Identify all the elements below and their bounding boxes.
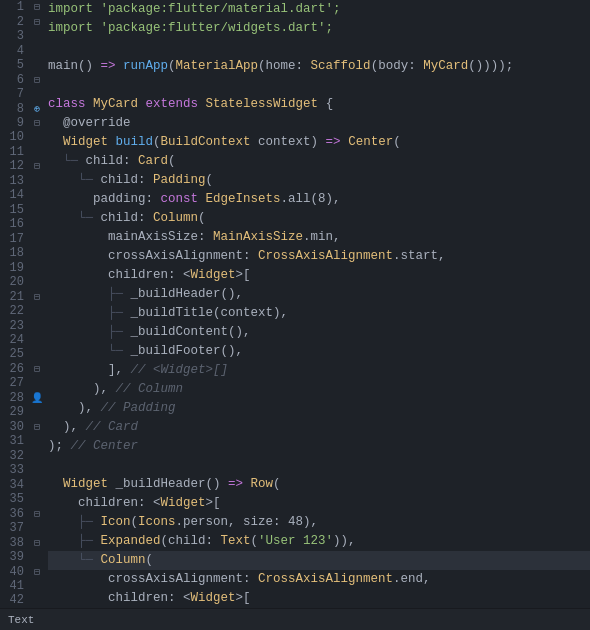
line-number: 37 bbox=[0, 521, 30, 535]
line-number: 18 bbox=[0, 246, 30, 260]
plain-token: child: bbox=[78, 152, 138, 171]
plain-token: ], bbox=[48, 361, 131, 380]
comment-token: // Column bbox=[116, 380, 184, 399]
class-token: Icon bbox=[101, 513, 131, 532]
gutter-row: 40⊟ bbox=[0, 564, 44, 578]
keyword-token: extends bbox=[146, 95, 199, 114]
plain-token: context) bbox=[251, 133, 326, 152]
class-token: Widget bbox=[161, 494, 206, 513]
plain-token: ), bbox=[48, 399, 101, 418]
line-number: 30 bbox=[0, 420, 30, 434]
code-line: └─ child: Column( bbox=[48, 209, 590, 228]
line-number: 23 bbox=[0, 319, 30, 333]
plain-token: .all(8), bbox=[281, 190, 341, 209]
tree-token: └─ bbox=[48, 209, 93, 228]
fold-icon: ⊟ bbox=[30, 421, 44, 433]
code-line: ├─ _buildContent(), bbox=[48, 323, 590, 342]
tree-token: ├─ bbox=[48, 323, 123, 342]
class-token: Expanded bbox=[101, 532, 161, 551]
plain-token bbox=[198, 190, 206, 209]
plain-token bbox=[93, 551, 101, 570]
line-number: 33 bbox=[0, 463, 30, 477]
plain-token: @override bbox=[48, 114, 131, 133]
code-line: crossAxisAlignment: CrossAxisAlignment.s… bbox=[48, 247, 590, 266]
tree-token: ├─ bbox=[48, 532, 93, 551]
gutter-row: 41 bbox=[0, 579, 44, 593]
gutter-row: 42 bbox=[0, 593, 44, 607]
line-number: 4 bbox=[0, 44, 30, 58]
gutter-row: 12⊟ bbox=[0, 159, 44, 173]
line-number: 20 bbox=[0, 275, 30, 289]
plain-token: ()))); bbox=[468, 57, 513, 76]
line-number: 7 bbox=[0, 87, 30, 101]
fold-icon: ⊟ bbox=[30, 363, 44, 375]
line-number: 32 bbox=[0, 449, 30, 463]
code-content: 1⊟2⊟3456⊟78⊕9⊟101112⊟131415161718192021⊟… bbox=[0, 0, 590, 608]
gutter-row: 31 bbox=[0, 434, 44, 448]
code-line: ├─ Expanded(child: Text('User 123')), bbox=[48, 532, 590, 551]
fold-icon: ⊟ bbox=[30, 117, 44, 129]
plain-token: ( bbox=[153, 133, 161, 152]
fold-icon: ⊟ bbox=[30, 508, 44, 520]
gutter-row: 11 bbox=[0, 145, 44, 159]
gutter-row: 8⊕ bbox=[0, 101, 44, 115]
line-number: 21 bbox=[0, 290, 30, 304]
code-line: ), // Column bbox=[48, 380, 590, 399]
string-token: import 'package:flutter/material.dart'; bbox=[48, 0, 341, 19]
class-token: CrossAxisAlignment bbox=[258, 247, 393, 266]
plain-token: padding: bbox=[48, 190, 161, 209]
line-number: 13 bbox=[0, 174, 30, 188]
plain-token: _buildContent(), bbox=[123, 323, 251, 342]
gutter-row: 22 bbox=[0, 304, 44, 318]
plain-token: .person, size: 48), bbox=[176, 513, 319, 532]
line-number: 27 bbox=[0, 376, 30, 390]
fold-icon: ⊟ bbox=[30, 566, 44, 578]
line-number: 11 bbox=[0, 145, 30, 159]
line-gutter: 1⊟2⊟3456⊟78⊕9⊟101112⊟131415161718192021⊟… bbox=[0, 0, 44, 608]
line-number: 28 bbox=[0, 391, 30, 405]
plain-token bbox=[48, 133, 63, 152]
code-line: └─ _buildFooter(), bbox=[48, 342, 590, 361]
gutter-row: 4 bbox=[0, 43, 44, 57]
plain-token bbox=[243, 475, 251, 494]
bottom-bar-text: Text bbox=[8, 614, 34, 626]
line-number: 38 bbox=[0, 536, 30, 550]
gutter-row: 17 bbox=[0, 232, 44, 246]
gutter-row: 24 bbox=[0, 333, 44, 347]
class-token: MaterialApp bbox=[176, 57, 259, 76]
plain-token bbox=[116, 57, 124, 76]
gutter-row: 38⊟ bbox=[0, 535, 44, 549]
plain-token bbox=[93, 513, 101, 532]
class-token: Center bbox=[348, 133, 393, 152]
code-line: ├─ Icon(Icons.person, size: 48), bbox=[48, 513, 590, 532]
line-number: 10 bbox=[0, 130, 30, 144]
keyword-token: const bbox=[161, 190, 199, 209]
code-line: crossAxisAlignment: CrossAxisAlignment.e… bbox=[48, 570, 590, 589]
gutter-row: 33 bbox=[0, 463, 44, 477]
class-token: Scaffold bbox=[311, 57, 371, 76]
class-token: Card bbox=[138, 152, 168, 171]
code-line: Widget build(BuildContext context) => Ce… bbox=[48, 133, 590, 152]
line-number: 39 bbox=[0, 550, 30, 564]
plain-token: children: < bbox=[48, 266, 191, 285]
plain-token: .start, bbox=[393, 247, 446, 266]
plain-token bbox=[86, 95, 94, 114]
line-number: 9 bbox=[0, 116, 30, 130]
tree-token: └─ bbox=[48, 152, 78, 171]
person-icon: 👤 bbox=[30, 392, 44, 404]
string-token: import 'package:flutter/widgets.dart'; bbox=[48, 19, 333, 38]
code-line bbox=[48, 38, 590, 57]
line-number: 29 bbox=[0, 405, 30, 419]
plain-token: _buildFooter(), bbox=[123, 342, 243, 361]
class-token: Column bbox=[101, 551, 146, 570]
line-number: 8 bbox=[0, 102, 30, 116]
gutter-row: 21⊟ bbox=[0, 289, 44, 303]
plain-token: child: bbox=[93, 171, 153, 190]
line-number: 3 bbox=[0, 29, 30, 43]
comment-token: // <Widget>[] bbox=[131, 361, 229, 380]
code-line: └─ child: Padding( bbox=[48, 171, 590, 190]
tree-token: ├─ bbox=[48, 304, 123, 323]
gutter-row: 5 bbox=[0, 58, 44, 72]
line-number: 17 bbox=[0, 232, 30, 246]
plain-token bbox=[341, 133, 349, 152]
